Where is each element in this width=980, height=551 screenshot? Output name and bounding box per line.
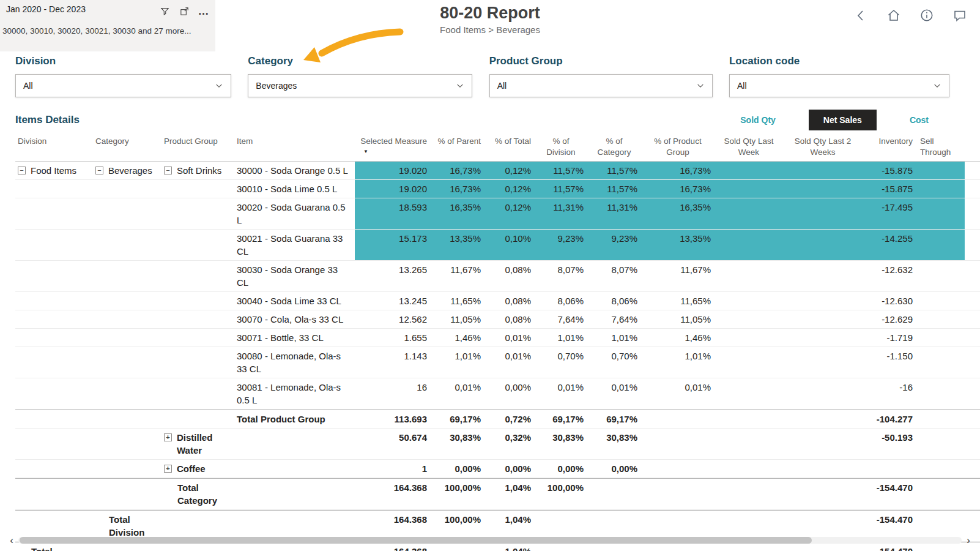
category-dropdown[interactable]: Beverages [248, 74, 472, 97]
value-cell [918, 347, 965, 378]
row-header-cell [93, 310, 161, 328]
breadcrumb: Food Items > Beverages [440, 24, 540, 35]
row-label: 30020 - Soda Guarana 0.5 L [237, 201, 350, 227]
comment-icon[interactable] [952, 7, 968, 23]
value-cell [918, 162, 965, 179]
row-label: Total Category [177, 481, 229, 507]
filter-icon[interactable] [158, 4, 171, 18]
column-header[interactable]: Category [93, 134, 161, 150]
value-cell: 13.265 [355, 261, 432, 291]
value-cell: -104.277 [864, 410, 918, 428]
more-options-icon[interactable]: … [197, 4, 210, 18]
value-cell [784, 378, 864, 409]
value-cell: 0,00% [536, 460, 588, 478]
table-row: +Coffee10,00%0,00%0,00%0,00% [15, 460, 980, 478]
filter-division-label: Division [15, 55, 231, 67]
column-header[interactable]: % of Total [486, 134, 536, 150]
value-cell [716, 310, 784, 328]
column-header[interactable]: Selected Measure▼ [355, 134, 432, 159]
row-header-cell: 30021 - Soda Guarana 33 CL [234, 230, 355, 260]
applied-filters-card: Jan 2020 - Dec 2023 … 30000, 30010, 3002… [0, 0, 215, 51]
value-cell: 0,00% [486, 378, 536, 409]
value-cell [918, 429, 965, 459]
category-dropdown-value: Beverages [256, 81, 297, 91]
column-header[interactable]: % of Product Group [642, 134, 716, 161]
value-cell [716, 410, 784, 428]
value-cell: 0,00% [432, 460, 486, 478]
value-cell [918, 378, 965, 409]
value-cell: 1,46% [642, 329, 716, 347]
scrollbar-track[interactable] [18, 537, 962, 544]
value-cell: 0,01% [486, 347, 536, 378]
row-header-cell: −Beverages [93, 162, 161, 179]
value-cell [716, 479, 784, 509]
collapse-icon[interactable]: − [164, 167, 172, 174]
row-header-cell [15, 310, 93, 328]
value-cell: 0,12% [486, 162, 536, 179]
column-header[interactable]: Division [15, 134, 93, 150]
value-cell: 16,73% [432, 162, 486, 179]
sold-qty-button[interactable]: Sold Qty [726, 110, 790, 130]
location-code-dropdown[interactable]: All [729, 74, 949, 97]
value-cell: 1,01% [536, 329, 588, 347]
column-header[interactable]: % of Parent [432, 134, 486, 150]
net-sales-button[interactable]: Net Sales [809, 110, 877, 130]
cost-button[interactable]: Cost [895, 110, 943, 130]
value-cell: 164.368 [355, 479, 432, 509]
table-row: −Food Items−Beverages−Soft Drinks30000 -… [15, 162, 980, 180]
scroll-right-icon[interactable]: › [962, 535, 975, 545]
column-header[interactable]: % of Division [536, 134, 588, 161]
value-cell [716, 162, 784, 179]
column-header[interactable]: Sold Qty Last Week [716, 134, 784, 161]
column-header[interactable]: Item [234, 134, 355, 150]
value-cell: 8,07% [536, 261, 588, 291]
value-cell [716, 198, 784, 229]
page-title: 80-20 Report [440, 4, 540, 23]
sort-descending-icon[interactable]: ▼ [357, 149, 427, 156]
expand-icon[interactable]: + [164, 433, 172, 441]
value-cell [716, 378, 784, 409]
table-row: 30071 - Bottle, 33 CL1.6551,46%0,01%1,01… [15, 329, 980, 347]
value-cell [716, 180, 784, 198]
row-header-cell: Total Category [161, 479, 234, 509]
home-icon[interactable] [886, 7, 902, 23]
product-group-dropdown[interactable]: All [489, 74, 713, 97]
focus-mode-icon[interactable] [177, 4, 191, 18]
collapse-icon[interactable]: − [95, 167, 103, 174]
back-icon[interactable] [853, 7, 869, 23]
row-header-cell [15, 429, 93, 459]
value-cell: 11,67% [642, 261, 716, 291]
row-header-cell [161, 347, 234, 378]
expand-icon[interactable]: + [164, 465, 172, 473]
row-header-cell [161, 292, 234, 310]
division-dropdown[interactable]: All [15, 74, 231, 97]
row-header-cell: 30010 - Soda Lime 0.5 L [234, 180, 355, 198]
value-cell: 16,73% [432, 180, 486, 198]
column-header[interactable]: % of Category [588, 134, 642, 161]
scroll-left-icon[interactable]: ‹ [5, 535, 18, 545]
value-cell: 11,05% [432, 310, 486, 328]
scrollbar-thumb[interactable] [20, 537, 812, 544]
table-row: 30020 - Soda Guarana 0.5 L18.59316,35%0,… [15, 198, 980, 230]
value-cell: 69,17% [432, 410, 486, 428]
value-cell: 1,01% [588, 329, 642, 347]
column-header[interactable]: Product Group [161, 134, 234, 150]
value-cell: -15.875 [864, 162, 918, 179]
top-bar: Jan 2020 - Dec 2023 … 30000, 30010, 3002… [0, 0, 980, 54]
row-label: 30081 - Lemonade, Ola-s 0.5 L [237, 381, 350, 407]
value-cell [918, 198, 965, 229]
row-header-cell [161, 180, 234, 198]
value-cell: 11,65% [642, 292, 716, 310]
info-icon[interactable] [919, 7, 935, 23]
table-header-row: DivisionCategoryProduct GroupItemSelecte… [15, 134, 980, 162]
row-header-cell: 30080 - Lemonade, Ola-s 33 CL [234, 347, 355, 378]
value-cell: 0,08% [486, 261, 536, 291]
column-header[interactable]: Inventory [864, 134, 918, 150]
row-header-cell [93, 329, 161, 347]
value-cell: 0,08% [486, 292, 536, 310]
collapse-icon[interactable]: − [18, 167, 26, 174]
column-header[interactable]: Sell Through [918, 134, 965, 161]
row-header-cell [93, 429, 161, 459]
value-cell [716, 329, 784, 347]
column-header[interactable]: Sold Qty Last 2 Weeks [784, 134, 864, 161]
